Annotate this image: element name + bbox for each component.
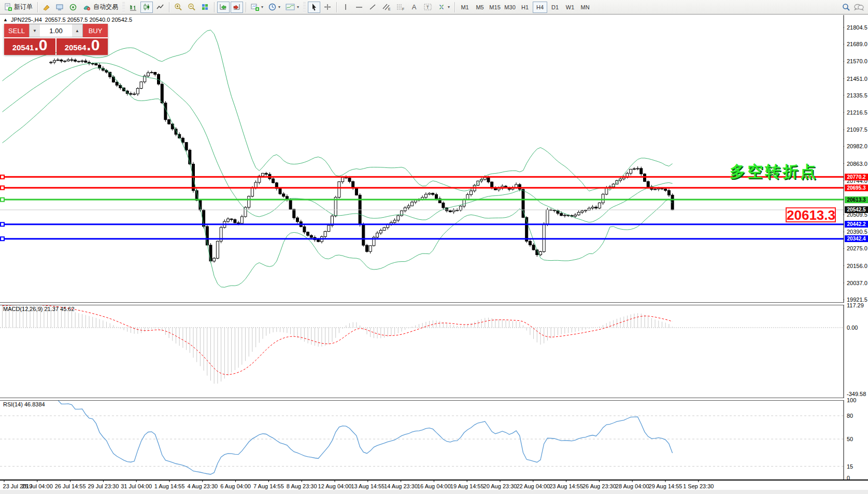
rsi-indicator-label: RSI(14) 46.8384	[3, 401, 45, 407]
price-axis-tick: 20156.0	[847, 263, 867, 269]
buy-price-display[interactable]: 20564 .0	[56, 38, 108, 55]
text-label-tool[interactable]: T	[421, 2, 434, 13]
price-axis-tick: 21451.0	[847, 76, 867, 82]
collapse-quotes-icon[interactable]: ▲	[3, 17, 8, 22]
pane-separator-macd[interactable]	[0, 302, 868, 305]
dropdown-arrow-icon: ▾	[261, 5, 263, 9]
timeframe-m5-button[interactable]: M5	[473, 2, 487, 13]
chat-icon[interactable]	[853, 3, 864, 11]
chart-canvas[interactable]: ▲ JPN225-,H4 20557.5 20557.5 20540.0 205…	[0, 15, 868, 494]
rsi-scale-label: 50	[847, 436, 853, 442]
time-axis-label: 12 Aug 04:00	[318, 483, 352, 489]
dropdown-arrow-icon: ▾	[448, 5, 450, 9]
text-tool[interactable]: A	[408, 2, 420, 13]
text-icon: A	[412, 4, 417, 10]
macd-pane	[0, 304, 844, 384]
timeframe-mn-button[interactable]: MN	[578, 2, 592, 13]
new-chart-button[interactable]: ▾	[249, 2, 265, 13]
sell-button[interactable]: SELL	[4, 24, 29, 37]
turning-point-annotation: 多空转折点	[730, 161, 818, 182]
tile-windows-icon	[201, 3, 209, 11]
price-badge: 20695.3	[845, 185, 868, 191]
timeframe-w1-button[interactable]: W1	[563, 2, 577, 13]
horizontal-line-tool[interactable]	[353, 2, 365, 13]
autotrading-button[interactable]: 自动交易	[81, 2, 120, 13]
toolbar-right-group	[842, 3, 866, 11]
terminal-button[interactable]	[54, 2, 66, 13]
rsi-scale-label: 0	[847, 475, 850, 481]
rsi-pane	[0, 400, 844, 474]
chart-shift-button[interactable]	[231, 2, 243, 13]
horizontal-line-icon	[355, 3, 363, 11]
price-axis-tick: 20390.5	[847, 229, 867, 235]
trendline-tool[interactable]	[366, 2, 379, 13]
macd-signal-line	[3, 305, 673, 375]
price-axis-tick: 21689.0	[847, 41, 867, 47]
fibonacci-icon: F	[396, 3, 405, 11]
fibonacci-tool[interactable]: F	[394, 2, 407, 13]
toolbar-separator	[37, 2, 38, 12]
line-chart-type-button[interactable]	[154, 2, 166, 13]
symbol-period-label: JPN225-,H4	[11, 17, 42, 23]
toolbar-separator	[454, 2, 455, 12]
crayon-icon	[42, 4, 51, 11]
timeframe-h4-button[interactable]: H4	[533, 2, 547, 13]
timeframe-m30-button[interactable]: M30	[503, 2, 517, 13]
price-axis-tick: 21570.0	[847, 58, 867, 64]
zoom-out-button[interactable]	[186, 2, 198, 13]
volume-decrease-button[interactable]: ▼	[30, 24, 40, 37]
buy-button[interactable]: BUY	[83, 24, 108, 37]
equidistant-channel-tool[interactable]: E	[380, 2, 393, 13]
vertical-line-tool[interactable]	[339, 2, 352, 13]
time-axis-label: 7 Aug 14:55	[253, 483, 284, 489]
tile-windows-button[interactable]	[199, 2, 211, 13]
crayon-button[interactable]	[40, 2, 53, 13]
period-clock-button[interactable]: ▾	[266, 2, 282, 13]
signal-button[interactable]	[67, 2, 80, 13]
auto-scroll-button[interactable]	[217, 2, 230, 13]
sell-price-display[interactable]: 20541 .0	[4, 38, 55, 55]
one-click-trading-panel: SELL ▼ ▲ BUY 20541 .0 20564 .0	[4, 24, 108, 55]
timeframe-m1-button[interactable]: M1	[458, 2, 472, 13]
time-axis-label: 28 Aug 04:00	[616, 483, 649, 489]
equidistant-channel-icon: E	[382, 3, 391, 11]
price-axis-tick: 20982.0	[847, 143, 867, 149]
time-axis-label: 29 Jul 23:30	[88, 483, 119, 489]
volume-increase-button[interactable]: ▲	[72, 24, 82, 37]
template-icon	[286, 3, 295, 11]
candles-layer	[50, 58, 674, 263]
trendline-icon	[368, 3, 377, 11]
volume-spinner: ▼ ▲	[29, 24, 83, 37]
pane-separator-rsi[interactable]	[0, 398, 868, 401]
time-axis-label: 26 Aug 23:30	[582, 483, 616, 489]
toolbar-drag-handle[interactable]	[303, 2, 306, 12]
volume-input[interactable]	[40, 24, 72, 37]
bar-chart-type-button[interactable]	[127, 2, 139, 13]
text-label-icon: T	[423, 3, 432, 11]
timeframe-m15-button[interactable]: M15	[488, 2, 502, 13]
line-anchor-marker	[1, 175, 4, 179]
new-order-label: 新订单	[14, 3, 33, 11]
cursor-button[interactable]	[308, 2, 320, 13]
rsi-scale-label: 80	[847, 413, 853, 419]
new-chart-icon	[251, 3, 259, 11]
auto-scroll-icon	[219, 3, 227, 11]
template-button[interactable]: ▾	[283, 2, 301, 13]
price-badge: 20442.2	[845, 221, 868, 228]
arrows-tool[interactable]: ▾	[435, 2, 452, 13]
search-icon[interactable]	[842, 3, 850, 11]
line-anchor-marker	[1, 198, 4, 202]
chart-shift-icon	[233, 3, 241, 11]
timeframe-d1-button[interactable]: D1	[548, 2, 562, 13]
candlestick-chart-type-button[interactable]	[140, 2, 153, 13]
crosshair-button[interactable]	[321, 2, 334, 13]
toolbar: 新订单 自动交易 ▾ ▾ ▾ E F A T ▾	[0, 0, 868, 15]
zoom-in-button[interactable]	[172, 2, 184, 13]
time-axis-label: 20 Aug 23:30	[483, 483, 517, 489]
new-order-button[interactable]: 新订单	[2, 2, 35, 13]
time-axis-label: 22 Aug 04:00	[516, 483, 550, 489]
trading-platform-window: 新订单 自动交易 ▾ ▾ ▾ E F A T ▾	[0, 0, 868, 494]
rsi-scale-label: 15	[847, 463, 853, 470]
timeframe-h1-button[interactable]: H1	[518, 2, 532, 13]
toolbar-drag-handle[interactable]	[122, 2, 125, 12]
